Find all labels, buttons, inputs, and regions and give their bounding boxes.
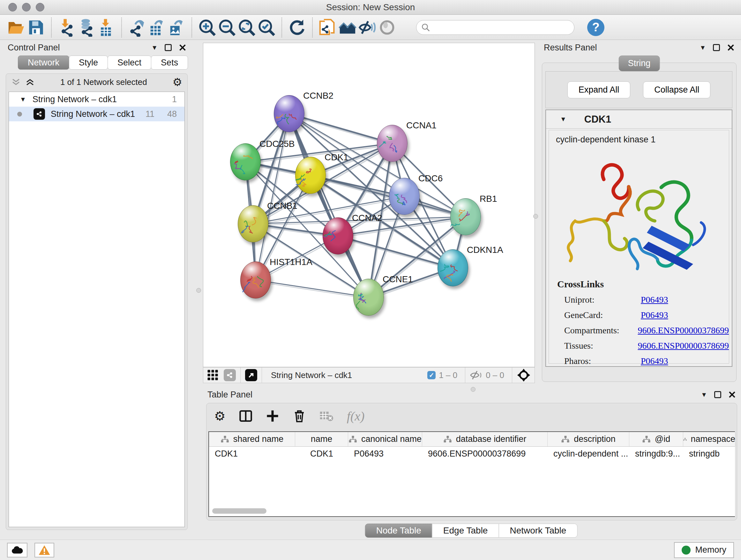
- node-cdc6[interactable]: [389, 178, 420, 215]
- crosslink-link[interactable]: 9606.ENSP00000378699: [638, 325, 729, 335]
- network-options-gear-icon[interactable]: ⚙: [173, 77, 182, 87]
- cloud-status-button[interactable]: [7, 543, 27, 557]
- panel-menu-arrow-icon[interactable]: ▼: [151, 44, 158, 51]
- close-panel-icon[interactable]: [179, 44, 186, 51]
- zoom-fit-icon[interactable]: [237, 17, 257, 37]
- home-networks-icon[interactable]: [338, 17, 357, 37]
- zoom-out-icon[interactable]: [217, 17, 237, 37]
- table-cell[interactable]: cyclin-dependent ...: [548, 447, 629, 461]
- open-session-icon[interactable]: [6, 17, 26, 37]
- expand-all-button[interactable]: Expand All: [567, 81, 630, 98]
- network-view-icon[interactable]: [224, 369, 236, 381]
- collection-expander-icon[interactable]: ▼: [20, 96, 26, 103]
- network-canvas[interactable]: CCNB2CCNA1CDC25BCDK1CDC6RB1CCNB1CCNA2CDK…: [203, 43, 535, 367]
- edge-HIST1H1A-CCNE1[interactable]: [256, 280, 368, 297]
- export-image-icon[interactable]: [166, 17, 186, 37]
- protein-ribbon-thumbnail: [438, 250, 468, 287]
- collapse-all-icon[interactable]: [11, 78, 21, 86]
- expand-all-icon[interactable]: [25, 78, 35, 86]
- node-hist1h1a[interactable]: [240, 261, 271, 299]
- birds-eye-view-icon[interactable]: [245, 369, 257, 381]
- node-ccne1[interactable]: [353, 279, 384, 316]
- column-header-description[interactable]: description: [548, 432, 629, 446]
- table-cell[interactable]: CDK1: [209, 447, 295, 461]
- grid-view-icon[interactable]: [207, 369, 219, 381]
- refresh-icon[interactable]: [287, 17, 307, 37]
- column-header--id[interactable]: @id: [629, 432, 683, 446]
- import-table-file-icon[interactable]: [96, 17, 116, 37]
- pan-crosshair-icon[interactable]: [517, 368, 531, 382]
- help-icon[interactable]: ?: [587, 19, 604, 36]
- panel-menu-arrow-icon[interactable]: ▼: [699, 44, 706, 51]
- zoom-selected-icon[interactable]: [257, 17, 276, 37]
- float-panel-icon[interactable]: [713, 44, 720, 51]
- node-ccna2[interactable]: [323, 217, 353, 254]
- copy-network-icon[interactable]: [318, 17, 338, 37]
- import-network-file-icon[interactable]: [57, 17, 77, 37]
- column-header-namespace[interactable]: namespace: [683, 432, 736, 446]
- close-panel-icon[interactable]: [727, 44, 735, 51]
- close-panel-icon[interactable]: [728, 391, 736, 398]
- add-column-icon[interactable]: [266, 409, 279, 423]
- table-options-gear-icon[interactable]: ⚙: [214, 410, 226, 422]
- save-session-icon[interactable]: [26, 17, 46, 37]
- warnings-button[interactable]: [35, 543, 54, 557]
- node-ccna1[interactable]: [377, 125, 408, 162]
- crosslink-link[interactable]: P06493: [641, 295, 668, 305]
- table-cell[interactable]: CDK1: [295, 447, 348, 461]
- tab-network[interactable]: Network: [18, 56, 69, 70]
- export-network-icon[interactable]: [127, 17, 147, 37]
- table-cell[interactable]: 9606.ENSP00000378699: [422, 447, 548, 461]
- column-header-canonical-name[interactable]: canonical name: [348, 432, 422, 446]
- tab-style[interactable]: Style: [69, 56, 108, 70]
- show-columns-icon[interactable]: [239, 409, 253, 423]
- delete-table-icon[interactable]: [320, 410, 333, 422]
- node-cdc25b[interactable]: [230, 143, 261, 180]
- collapse-all-button[interactable]: Collapse All: [643, 81, 711, 98]
- column-header-name[interactable]: name: [295, 432, 348, 446]
- crosslink-link[interactable]: P06493: [641, 310, 668, 320]
- import-network-database-icon[interactable]: [77, 17, 96, 37]
- node-ccnb2[interactable]: [274, 95, 305, 132]
- hide-graphics-eye-icon[interactable]: [357, 17, 377, 37]
- tab-string[interactable]: String: [619, 56, 660, 71]
- export-table-icon[interactable]: [147, 17, 166, 37]
- zoom-in-icon[interactable]: [197, 17, 217, 37]
- network-collection-row[interactable]: ▼ String Network – cdk1 1: [9, 92, 185, 107]
- column-header-database-identifier[interactable]: database identifier: [422, 432, 548, 446]
- table-cell[interactable]: stringdb:9...: [629, 447, 683, 461]
- memory-status-dot: [682, 546, 690, 555]
- crosslink-link[interactable]: 9606.ENSP00000378699: [638, 341, 729, 351]
- column-header-shared-name[interactable]: shared name: [209, 432, 295, 446]
- footer-separator: [240, 368, 241, 383]
- table-cell[interactable]: stringdb: [683, 447, 736, 461]
- float-panel-icon[interactable]: [714, 391, 721, 398]
- memory-button[interactable]: Memory: [674, 542, 734, 558]
- search-input[interactable]: [430, 22, 564, 33]
- node-rb1[interactable]: [450, 198, 481, 235]
- function-builder-icon[interactable]: f(x): [347, 409, 365, 424]
- tab-select[interactable]: Select: [108, 56, 151, 70]
- tab-edge-table[interactable]: Edge Table: [432, 523, 499, 538]
- network-row-selected[interactable]: String Network – cdk1 11 48: [9, 107, 185, 121]
- float-panel-icon[interactable]: [165, 44, 172, 51]
- node-ccnb1[interactable]: [238, 205, 268, 242]
- tab-sets[interactable]: Sets: [151, 56, 188, 70]
- show-graphics-eye-icon[interactable]: [377, 17, 397, 37]
- edge-shadow[interactable]: [257, 282, 369, 299]
- selected-checkbox-icon[interactable]: ✓: [427, 371, 435, 379]
- delete-column-icon[interactable]: [293, 409, 306, 423]
- tab-node-table[interactable]: Node Table: [365, 523, 432, 538]
- collection-count: 1: [172, 95, 177, 105]
- tab-network-table[interactable]: Network Table: [498, 523, 577, 538]
- table-row[interactable]: CDK1CDK1P064939606.ENSP00000378699cyclin…: [209, 447, 735, 461]
- right-splitter-handle[interactable]: [533, 214, 538, 219]
- crosslink-link[interactable]: P06493: [641, 356, 668, 366]
- node-cdk1[interactable]: [295, 157, 326, 194]
- horizontal-scrollbar-thumb[interactable]: [212, 508, 266, 514]
- node-cdkn1a[interactable]: [437, 249, 468, 287]
- panel-menu-arrow-icon[interactable]: ▼: [701, 391, 707, 398]
- table-cell[interactable]: P06493: [348, 447, 422, 461]
- left-splitter-handle[interactable]: [196, 288, 201, 293]
- entry-expander-icon[interactable]: ▼: [560, 116, 566, 123]
